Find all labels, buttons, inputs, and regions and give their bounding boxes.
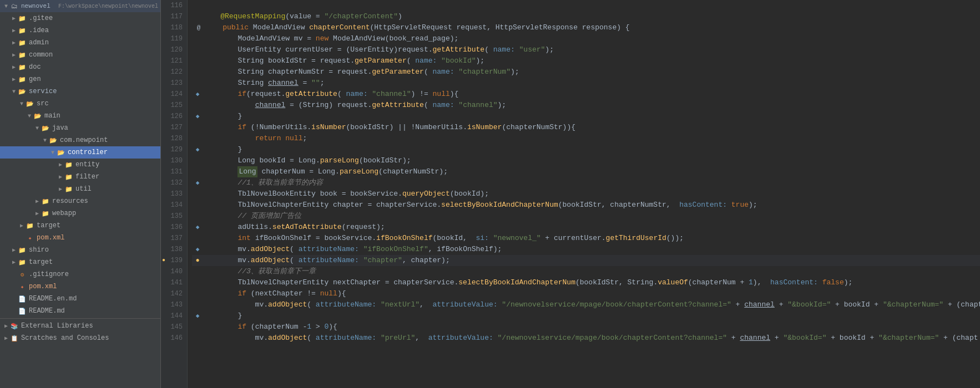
sidebar-item-src[interactable]: src [0, 98, 160, 110]
code-line-133: TblNovelBookEntity book = bookService.qu… [192, 188, 980, 200]
extlibs-icon: 📚 [10, 321, 19, 330]
code-line-117: @RequestMapping(value = "/chapterContent… [192, 11, 980, 22]
readme-icon: 📄 [18, 307, 27, 315]
doc-label: doc [29, 63, 158, 71]
line-134: 134 [161, 200, 187, 211]
filter-arrow [57, 173, 64, 181]
target2-arrow [18, 222, 26, 229]
gen-label: gen [29, 75, 158, 83]
gutter-123 [192, 78, 203, 89]
sidebar-item-comnewpoint[interactable]: com.newpoint [0, 134, 160, 146]
line-122: 122 [161, 67, 187, 78]
sidebar-item-controller[interactable]: controller [0, 146, 160, 159]
code-line-140: //3、获取当前章下一章 [192, 266, 980, 277]
sidebar-item-target1[interactable]: target [0, 256, 160, 268]
code-line-132: ◆ //1、获取当前章节的内容 [192, 177, 980, 188]
line-126: 126 [161, 111, 187, 122]
gitignore-label: .gitignore [29, 270, 158, 278]
comnewpoint-folder-icon [49, 136, 58, 145]
sidebar-item-gen[interactable]: gen [0, 73, 160, 85]
line-127: 127 [161, 122, 187, 133]
target2-folder-icon [26, 221, 34, 230]
gutter-117 [192, 11, 203, 22]
filter-label: filter [75, 173, 158, 181]
gutter-124: ◆ [192, 89, 203, 100]
scratches-icon: 📋 [10, 334, 19, 343]
code-line-127: if (!NumberUtils.isNumber(bookIdStr) || … [192, 122, 980, 133]
sidebar-item-doc[interactable]: doc [0, 61, 160, 73]
pom1-label: pom.xml [37, 234, 158, 242]
sidebar: 🗂 newnovel F:\workSpace\newpoint\newnove… [0, 0, 161, 388]
sidebar-item-resources[interactable]: resources [0, 195, 160, 207]
project-icon: 🗂 [10, 2, 19, 11]
code-line-120: UserEntity currentUser = (UserEntity)req… [192, 44, 980, 55]
controller-folder-icon [57, 148, 65, 157]
controller-arrow [49, 149, 57, 156]
gitee-label: .gitee [29, 14, 158, 22]
line-142: 142 [161, 288, 187, 299]
line-141: 141 [161, 277, 187, 288]
line-143: 143 [161, 299, 187, 310]
entity-label: entity [75, 161, 158, 169]
code-content: @RequestMapping(value = "/chapterContent… [188, 0, 980, 388]
sidebar-item-readme-en[interactable]: 📄 README.en.md [0, 293, 160, 305]
line-136: 136 [161, 222, 187, 233]
line-118: 118 [161, 22, 187, 33]
sidebar-item-filter[interactable]: filter [0, 171, 160, 183]
filter-folder-icon [64, 172, 73, 181]
target1-label: target [29, 258, 158, 266]
sidebar-item-entity[interactable]: entity [0, 159, 160, 171]
code-line-138: ◆ mv.addObject( attributeName: "ifBookOn… [192, 244, 980, 255]
src-folder-icon [26, 99, 34, 108]
code-line-122: String chapterNumStr = request.getParame… [192, 67, 980, 78]
sidebar-item-scratches[interactable]: 📋 Scratches and Consoles [0, 332, 160, 344]
gen-arrow [10, 75, 18, 83]
line-124: 124 [161, 89, 187, 100]
extlibs-arrow [2, 322, 10, 330]
project-root[interactable]: 🗂 newnovel F:\workSpace\newpoint\newnove… [0, 0, 160, 12]
line-144: 144 [161, 310, 187, 321]
webapp-folder-icon [41, 209, 50, 218]
main-label: main [44, 112, 158, 120]
sidebar-item-shiro[interactable]: shiro [0, 244, 160, 256]
sidebar-item-webapp[interactable]: webapp [0, 207, 160, 219]
line-119: 119 [161, 33, 187, 44]
line-131: 131 [161, 166, 187, 177]
util-arrow [57, 185, 64, 193]
sidebar-item-target2[interactable]: target [0, 219, 160, 232]
sidebar-item-java[interactable]: java [0, 122, 160, 134]
sidebar-item-gitignore[interactable]: ⚙ .gitignore [0, 268, 160, 280]
sidebar-item-admin[interactable]: admin [0, 37, 160, 49]
sidebar-item-readme[interactable]: 📄 README.md [0, 305, 160, 317]
doc-folder-icon [18, 63, 27, 72]
sidebar-item-common[interactable]: common [0, 49, 160, 61]
sidebar-item-gitee[interactable]: .gitee [0, 12, 160, 24]
admin-label: admin [29, 39, 158, 47]
gutter-126: ◆ [192, 111, 203, 122]
code-line-126: ◆ } [192, 111, 980, 122]
service-folder-icon [18, 87, 27, 96]
sidebar-item-service[interactable]: service [0, 85, 160, 98]
scratches-label: Scratches and Consoles [21, 334, 158, 342]
scratches-arrow [2, 334, 10, 342]
sidebar-item-pom2[interactable]: ✦ pom.xml [0, 280, 160, 293]
resources-arrow [33, 197, 41, 205]
sidebar-item-extlibs[interactable]: 📚 External Libraries [0, 320, 160, 332]
code-line-131: Long chapterNum = Long.parseLong(chapter… [192, 166, 980, 177]
gutter-130 [192, 155, 203, 166]
gutter-116 [192, 0, 203, 11]
gutter-144: ◆ [192, 310, 203, 321]
sidebar-item-pom1[interactable]: ✦ pom.xml [0, 232, 160, 244]
code-line-142: if (nextChapter != null){ [192, 288, 980, 299]
admin-folder-icon [18, 38, 27, 47]
sidebar-item-util[interactable]: util [0, 183, 160, 195]
main-arrow [26, 112, 33, 120]
code-line-144: ◆ } [192, 310, 980, 321]
sidebar-item-idea[interactable]: .idea [0, 24, 160, 37]
readme-en-icon: 📄 [18, 294, 27, 303]
code-line-118: @ public ModelAndView chapterContent(Htt… [192, 22, 980, 33]
controller-label: controller [68, 149, 158, 156]
line-116: 116 [161, 0, 187, 11]
sidebar-item-main[interactable]: main [0, 110, 160, 122]
target1-arrow [10, 258, 18, 266]
